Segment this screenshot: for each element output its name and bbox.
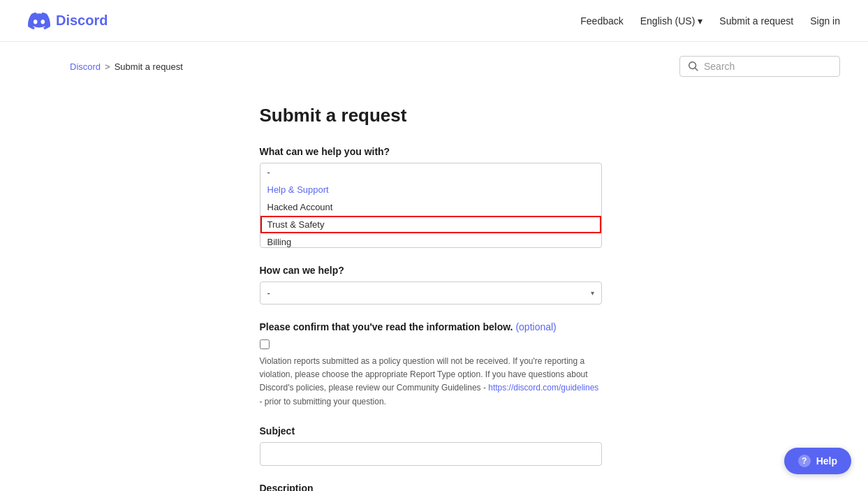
- breadcrumb-current: Submit a request: [115, 61, 183, 72]
- how-help-label: How can we help?: [260, 265, 651, 276]
- breadcrumb-home[interactable]: Discord: [70, 61, 101, 72]
- language-selector[interactable]: English (US) ▾: [640, 15, 703, 27]
- search-icon: [689, 61, 698, 71]
- confirm-checkbox[interactable]: [260, 339, 270, 349]
- how-help-value: -: [267, 288, 270, 298]
- subject-label: Subject: [260, 425, 651, 437]
- breadcrumb-separator: >: [105, 61, 110, 72]
- what-help-label: What can we help you with?: [260, 146, 651, 157]
- help-button-label: Help: [816, 455, 837, 467]
- what-help-group: What can we help you with? - Help & Supp…: [260, 146, 651, 248]
- help-icon: ?: [798, 455, 811, 467]
- subject-group: Subject: [260, 425, 651, 466]
- breadcrumb: Discord > Submit a request: [70, 61, 183, 72]
- list-item[interactable]: -: [260, 163, 601, 181]
- help-button[interactable]: ? Help: [784, 448, 851, 474]
- sign-in-link[interactable]: Sign in: [810, 15, 840, 27]
- help-topic-listbox[interactable]: - Help & Support Hacked Account Trust & …: [260, 163, 602, 248]
- discord-logo-icon: [28, 10, 50, 32]
- guidelines-link[interactable]: https://discord.com/guidelines: [488, 383, 598, 393]
- search-input[interactable]: [704, 61, 831, 72]
- confirm-label: Please confirm that you've read the info…: [260, 321, 651, 332]
- description-group: Description: [260, 483, 651, 491]
- list-item[interactable]: Help & Support: [260, 181, 601, 198]
- checkbox-row: [260, 338, 651, 349]
- header-nav: Feedback English (US) ▾ Submit a request…: [580, 15, 840, 27]
- how-help-group: How can we help? - ▾: [260, 265, 651, 305]
- violation-notice: Violation reports submitted as a policy …: [260, 355, 602, 409]
- feedback-link[interactable]: Feedback: [580, 15, 623, 27]
- discord-logo[interactable]: Discord: [28, 10, 108, 32]
- breadcrumb-area: Discord > Submit a request: [0, 42, 868, 84]
- logo-text: Discord: [56, 13, 108, 29]
- submit-request-link[interactable]: Submit a request: [719, 15, 793, 27]
- chevron-down-icon: ▾: [591, 289, 594, 297]
- subject-input[interactable]: [260, 442, 602, 466]
- page-title: Submit a request: [260, 105, 651, 126]
- main-content: Submit a request What can we help you wi…: [190, 84, 679, 491]
- list-item[interactable]: Billing: [260, 233, 601, 247]
- confirm-group: Please confirm that you've read the info…: [260, 321, 651, 409]
- optional-tag: (optional): [515, 321, 556, 332]
- how-help-dropdown[interactable]: - ▾: [260, 281, 602, 305]
- header: Discord Feedback English (US) ▾ Submit a…: [0, 0, 868, 42]
- chevron-down-icon: ▾: [698, 15, 703, 27]
- search-box[interactable]: [679, 56, 840, 77]
- list-item[interactable]: Hacked Account: [260, 198, 601, 216]
- listbox-options[interactable]: - Help & Support Hacked Account Trust & …: [260, 163, 601, 247]
- list-item-trust-safety[interactable]: Trust & Safety: [260, 216, 601, 233]
- description-label: Description: [260, 483, 651, 491]
